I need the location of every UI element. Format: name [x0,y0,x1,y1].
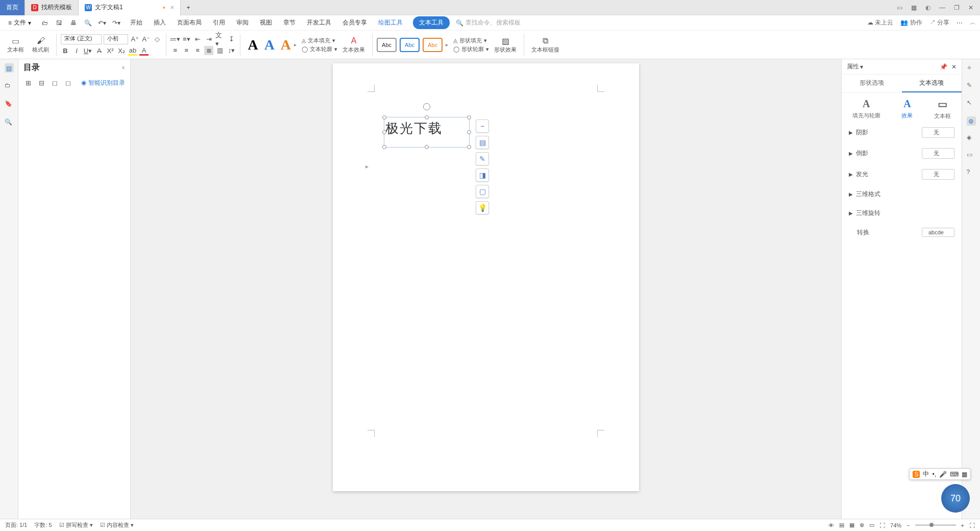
float-edit-icon[interactable]: ✎ [476,152,489,165]
print-icon[interactable]: 🖶 [69,18,78,28]
format-brush-button[interactable]: 🖌格式刷 [29,32,52,58]
align-justify-icon[interactable]: ≣ [204,46,213,55]
subscript-icon[interactable]: X₂ [117,46,126,56]
grow-font-icon[interactable]: A⁺ [130,35,139,44]
text-dir-icon[interactable]: 文▾ [215,35,225,44]
shape-preset-3[interactable]: Abc [423,38,443,52]
minimize-icon[interactable]: — [938,4,946,12]
menu-review[interactable]: 审阅 [235,16,250,29]
menu-reference[interactable]: 引用 [212,16,226,29]
row-glow[interactable]: ▶发光无 [842,164,962,185]
rotate-handle[interactable] [423,103,430,110]
toc-opt1-icon[interactable]: ◻ [50,78,59,87]
underline-icon[interactable]: U▾ [83,46,92,56]
text-style-2[interactable]: A [261,37,278,53]
close-tab-icon[interactable]: × [170,4,174,11]
menu-file[interactable]: ≡ 文件 ▾ [4,16,35,29]
rr-book-icon[interactable]: ▭ [967,151,976,160]
command-search[interactable]: 🔍 查找命令、搜索模板 [456,18,521,27]
rr-style-icon[interactable]: ✧ [967,64,976,74]
clear-format-icon[interactable]: ◇ [153,35,162,44]
more-icon[interactable]: ⋯ [957,19,963,27]
shape-fill-button[interactable]: ◬ 形状填充▾ [453,37,489,44]
ime-keyboard-icon[interactable]: ⌨ [950,471,959,478]
italic-icon[interactable]: I [72,46,81,56]
zoom-fit-icon[interactable]: ⛶ [879,522,885,528]
status-page[interactable]: 页面: 1/1 [5,521,27,529]
textbox-button[interactable]: ▭文本框 [4,32,27,58]
status-words[interactable]: 字数: 5 [34,521,52,529]
align-dist-icon[interactable]: ▥ [215,46,225,55]
resize-handle[interactable] [467,115,471,119]
undo-icon[interactable]: ↶▾ [97,18,107,28]
folder-icon[interactable]: 🗀 [5,82,14,91]
layout-icon[interactable]: ▭ [895,4,903,12]
text-outline-button[interactable]: ◯ 文本轮廓▾ [302,45,337,53]
row-shadow[interactable]: ▶阴影无 [842,122,962,143]
tab-template[interactable]: D 找稻壳模板 [25,0,79,15]
menu-text-tool[interactable]: 文本工具 [413,16,450,29]
menu-section[interactable]: 章节 [282,16,297,29]
new-tab-button[interactable]: + [181,0,196,15]
transform-select[interactable]: abcde [922,228,954,237]
collapse-ribbon-icon[interactable]: ︿ [970,18,976,27]
status-eye-icon[interactable]: 👁 [828,522,834,528]
row-3d-rotate[interactable]: ▶三维旋转 [842,204,962,223]
row-reflect[interactable]: ▶倒影无 [842,143,962,164]
bold-icon[interactable]: B [61,46,70,56]
view-outline-icon[interactable]: ▦ [849,522,854,528]
menu-dev[interactable]: 开发工具 [306,16,332,29]
search-icon[interactable]: 🔍 [5,118,14,128]
tab-text-options[interactable]: 文本选项 [902,75,962,92]
shrink-font-icon[interactable]: A⁻ [141,35,151,44]
ime-menu-icon[interactable]: ▦ [962,471,967,478]
save-icon[interactable]: 🖫 [55,18,64,28]
document-canvas[interactable]: ▸ 极光下载 − ▤ ✎ ◨ ▢ 💡 [131,59,841,519]
menu-vip[interactable]: 会员专享 [341,16,368,29]
open-icon[interactable]: 🗁 [40,18,50,28]
shape-preset-2[interactable]: Abc [400,38,420,52]
align-right-icon[interactable]: ≡ [193,46,202,55]
selected-textbox[interactable]: 极光下载 [384,117,470,148]
rr-edit-icon[interactable]: ✎ [967,82,976,91]
ime-mic-icon[interactable]: 🎤 [939,471,947,478]
shape-effect-button[interactable]: ▨形状效果 [491,32,520,58]
zoom-value[interactable]: 74% [890,522,901,528]
skin-icon[interactable]: ◐ [924,4,932,12]
bookmark-icon[interactable]: 🔖 [5,100,14,109]
float-minus-icon[interactable]: − [476,119,489,133]
share-button[interactable]: ↗ 分享 [929,18,949,27]
resize-handle[interactable] [382,145,386,149]
textbox-text[interactable]: 极光下载 [384,117,469,139]
text-style-3[interactable]: A [278,37,294,53]
text-style-1[interactable]: A [244,37,261,53]
status-content[interactable]: ☑ 内容检查 ▾ [100,521,134,529]
subtab-effect[interactable]: A效果 [901,98,913,120]
toc-collapse-icon[interactable]: ⊟ [37,78,46,87]
zoom-out-icon[interactable]: − [906,522,910,528]
shadow-select[interactable]: 无 [922,127,954,138]
view-web-icon[interactable]: ⊕ [860,522,864,528]
sort-icon[interactable]: ↧ [227,35,236,44]
text-fill-button[interactable]: ◬ 文本填充▾ [302,37,337,44]
coop-button[interactable]: 👥 协作 [900,18,922,27]
view-page-icon[interactable]: ▤ [839,522,844,528]
status-spell[interactable]: ☑ 拼写检查 ▾ [59,521,93,529]
subtab-fill-outline[interactable]: A填充与轮廓 [852,98,880,120]
ime-punct-icon[interactable]: •, [932,471,936,478]
cloud-status[interactable]: ☁ 未上云 [867,18,893,27]
zoom-in-icon[interactable]: + [961,522,964,528]
resize-handle[interactable] [467,145,471,149]
float-fill-icon[interactable]: ◨ [476,168,489,182]
ime-toolbar[interactable]: S 中 •, 🎤 ⌨ ▦ [909,468,971,480]
menu-draw-tool[interactable]: 绘图工具 [377,16,404,29]
network-widget[interactable]: 70 [914,482,970,513]
subtab-textbox[interactable]: ▭文本框 [934,98,951,120]
strike-icon[interactable]: A̶ [94,46,104,56]
rr-select-icon[interactable]: ↖ [967,99,976,108]
row-3d-format[interactable]: ▶三维格式 [842,185,962,204]
maximize-icon[interactable]: ❐ [952,4,961,12]
tab-document[interactable]: W 文字文稿1 • × [79,0,181,15]
preview-icon[interactable]: 🔍 [83,18,92,28]
panel-close-icon[interactable]: ✕ [951,63,957,70]
